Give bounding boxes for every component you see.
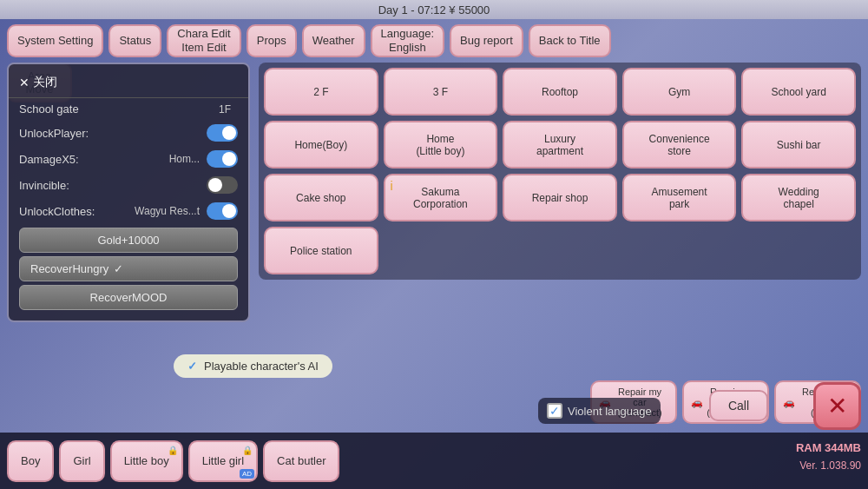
violent-section: ✓ Violent language [538, 398, 661, 424]
char-girl-button[interactable]: Girl [59, 440, 104, 482]
settings-panel: ✕ 关闭 School gate 1F UnlockPlayer: Damage… [7, 63, 250, 322]
school-gate-value: 1F [219, 103, 231, 116]
loc-amusement[interactable]: Amusementpark [622, 174, 737, 221]
call-button[interactable]: Call [709, 390, 768, 421]
close-x-button[interactable]: ✕ [813, 382, 861, 430]
language-button[interactable]: Language:English [371, 24, 444, 57]
loc-rooftop[interactable]: Rooftop [503, 68, 617, 116]
playable-ai-bar: ✓ Playable character's AI [174, 354, 332, 378]
unlock-clothes-row: UnlockClothes: Wagyu Res...t [9, 198, 248, 224]
chara-edit-button[interactable]: Chara EditItem Edit [167, 24, 240, 57]
loc-3f[interactable]: 3 F [384, 68, 498, 116]
invincible-label: Invincible: [19, 179, 207, 192]
x-icon: ✕ [827, 392, 847, 420]
violent-language-checkbox[interactable]: ✓ [547, 403, 562, 419]
school-gate-label: School gate [19, 102, 219, 116]
loc-2f[interactable]: 2 F [264, 68, 378, 116]
unlock-player-label: UnlockPlayer: [19, 127, 207, 140]
loc-homeboy[interactable]: Home(Boy) [264, 121, 378, 169]
status-button[interactable]: Status [108, 24, 161, 57]
school-gate-row: School gate 1F [9, 98, 248, 120]
loc-home-littleboy[interactable]: Home(Little boy) [384, 121, 498, 169]
damagex5-toggle[interactable] [207, 150, 238, 168]
invincible-toggle[interactable] [207, 176, 238, 194]
ad-badge: AD [240, 469, 254, 479]
recover-hungry-button[interactable]: RecoverHungry ✓ [19, 256, 238, 281]
version-info: Ver. 1.038.90 [799, 459, 861, 472]
car-icon: 🚗 [783, 397, 795, 408]
menu-row: System Setting Status Chara EditItem Edi… [0, 19, 868, 63]
corporation-icon: i [391, 179, 393, 193]
checkmark-icon: ✓ [114, 262, 123, 275]
loc-sakuma[interactable]: i SakumaCorporation [384, 174, 498, 221]
invincible-row: Invincible: [9, 172, 248, 198]
loc-schoolyard[interactable]: School yard [741, 68, 856, 116]
recover-hungry-label: RecoverHungry [30, 262, 108, 275]
unlock-player-toggle[interactable] [207, 124, 238, 142]
char-littleboy-button[interactable]: Little boy 🔒 [110, 440, 183, 482]
character-bar: Boy Girl Little boy 🔒 Little girl 🔒 AD C… [0, 433, 868, 489]
loc-wedding[interactable]: Weddingchapel [741, 174, 856, 221]
violent-language-row: ✓ Violent language [538, 398, 661, 424]
unlock-clothes-toggle[interactable] [207, 202, 238, 220]
damagex5-row: DamageX5: Hom... [9, 146, 248, 172]
unlock-clothes-label: UnlockClothes: [19, 205, 135, 218]
char-littlegirl-button[interactable]: Little girl 🔒 AD [188, 440, 258, 482]
day-time-money: Day 1 - 07:12 ¥ 55000 [378, 3, 490, 17]
system-setting-button[interactable]: System Setting [7, 24, 103, 57]
props-button[interactable]: Props [247, 24, 297, 57]
loc-sushi[interactable]: Sushi bar [741, 121, 856, 169]
loc-police[interactable]: Police station [264, 227, 378, 274]
loc-repairshop[interactable]: Repair shop [503, 174, 617, 221]
close-settings-button[interactable]: ✕ 关闭 [9, 71, 248, 98]
top-bar: Day 1 - 07:12 ¥ 55000 [0, 0, 868, 19]
loc-cakeshop[interactable]: Cake shop [264, 174, 378, 221]
loc-luxury[interactable]: Luxuryapartment [503, 121, 617, 169]
unlock-clothes-value: Wagyu Res...t [135, 205, 200, 217]
playable-ai-checkmark: ✓ [187, 360, 197, 373]
back-to-title-button[interactable]: Back to Title [529, 24, 611, 57]
lock-icon: 🔒 [242, 446, 253, 455]
loc-convenience[interactable]: Conveniencestore [622, 121, 737, 169]
close-label: 关闭 [33, 75, 57, 90]
char-catbutler-button[interactable]: Cat butler [263, 440, 339, 482]
playable-ai-label: Playable character's AI [204, 360, 319, 373]
location-grid: 2 F 3 F Rooftop Gym School yard Home(Boy… [259, 63, 861, 280]
bug-report-button[interactable]: Bug report [450, 24, 523, 57]
damagex5-label: DamageX5: [19, 153, 169, 166]
close-icon: ✕ [19, 76, 30, 89]
weather-button[interactable]: Weather [302, 24, 365, 57]
damagex5-value: Hom... [169, 153, 200, 165]
unlock-player-row: UnlockPlayer: [9, 120, 248, 146]
char-boy-button[interactable]: Boy [7, 440, 54, 482]
violent-language-label: Violent language [568, 405, 652, 418]
recover-mood-button[interactable]: RecoverMOOD [19, 285, 238, 310]
car-icon: 🚗 [691, 397, 703, 408]
ram-info: RAM 344MB [796, 441, 861, 454]
gold-button[interactable]: Gold+10000 [19, 228, 238, 253]
lock-icon: 🔒 [168, 446, 178, 455]
loc-gym[interactable]: Gym [622, 68, 737, 116]
